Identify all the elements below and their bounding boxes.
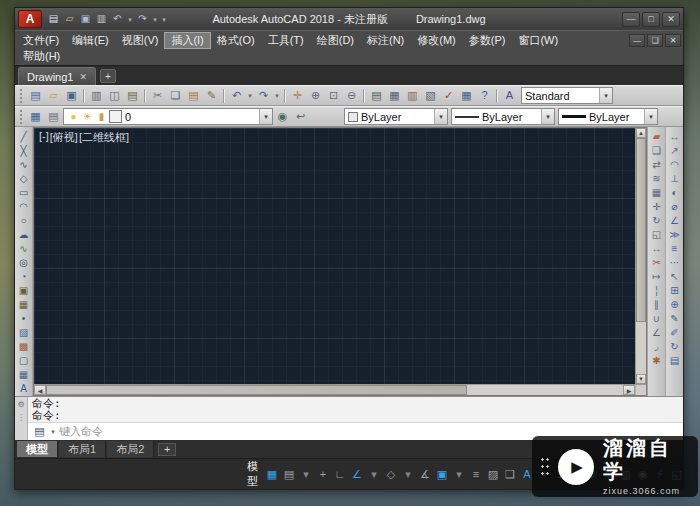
explode-icon[interactable]: ✱ [649, 354, 665, 368]
plot-icon[interactable]: ▥ [88, 87, 105, 104]
layer-on-icon[interactable]: ● [67, 110, 80, 123]
angular-icon[interactable]: ∠ [667, 214, 683, 228]
text-style-icon[interactable]: A [501, 87, 518, 104]
layer-states-icon[interactable]: ▤ [45, 108, 62, 125]
layer-color-swatch[interactable] [109, 110, 122, 123]
doc-close-icon[interactable]: ✕ [665, 34, 681, 47]
ordinate-icon[interactable]: ⊥ [667, 172, 683, 186]
doc-restore-icon[interactable]: ❏ [647, 34, 663, 47]
object-snap-tracking-icon[interactable]: ∡ [417, 465, 433, 484]
save-icon[interactable]: ▣ [63, 87, 80, 104]
insert-block-icon[interactable]: ▣ [16, 284, 32, 298]
stretch-icon[interactable]: ↔ [649, 242, 665, 256]
application-menu-button[interactable]: A [18, 10, 42, 28]
dimension-text-edit-icon[interactable]: ✐ [667, 326, 683, 340]
horizontal-scroll-track[interactable] [467, 385, 623, 395]
rotate-icon[interactable]: ↻ [649, 214, 665, 228]
region-icon[interactable]: ▢ [16, 354, 32, 368]
ellipse-icon[interactable]: ◎ [16, 256, 32, 270]
chevron-down-icon[interactable]: ▾ [644, 109, 657, 124]
horizontal-scrollbar[interactable]: ◀ ▶ [34, 384, 635, 395]
menu-help[interactable]: 帮助(H) [17, 49, 66, 64]
extend-icon[interactable]: ↦ [649, 270, 665, 284]
menu-file[interactable]: 文件(F) [17, 33, 65, 48]
dimension-edit-icon[interactable]: ✎ [667, 312, 683, 326]
move-icon[interactable]: ✛ [649, 200, 665, 214]
chevron-down-icon[interactable]: ▾ [541, 109, 554, 124]
isodraft-dropdown-icon[interactable]: ▾ [400, 465, 416, 484]
color-swatch[interactable] [348, 112, 358, 122]
osnap-dropdown-icon[interactable]: ▾ [451, 465, 467, 484]
window-maximize-button[interactable]: □ [642, 12, 660, 27]
undo-list-icon[interactable]: ▾ [246, 87, 254, 104]
visual-style-control[interactable]: [二维线框] [79, 130, 129, 145]
command-input-icon[interactable]: ▤ [31, 423, 48, 440]
open-icon[interactable]: ▱ [45, 87, 62, 104]
scale-icon[interactable]: ◱ [649, 228, 665, 242]
qnew-icon[interactable]: ▤ [27, 87, 44, 104]
erase-icon[interactable]: ▰ [649, 130, 665, 144]
redo-icon[interactable]: ↷ [135, 12, 150, 27]
polar-tracking-icon[interactable]: ∠ [349, 465, 365, 484]
menu-insert[interactable]: 插入(I) [165, 33, 209, 48]
tab-drawing1[interactable]: Drawing1 ✕ [18, 67, 96, 85]
help-icon[interactable]: ? [476, 87, 493, 104]
paste-icon[interactable]: ▤ [185, 87, 202, 104]
menu-draw[interactable]: 绘图(D) [311, 33, 360, 48]
horizontal-scroll-thumb[interactable] [46, 385, 467, 395]
layer-select[interactable]: ●☀▮ 0 ▾ [63, 108, 273, 125]
open-icon[interactable]: ▱ [62, 12, 77, 27]
snap-dropdown-icon[interactable]: ▾ [298, 465, 314, 484]
qat-customize-icon[interactable]: ▾ [160, 12, 168, 27]
transparency-icon[interactable]: ▨ [485, 465, 501, 484]
publish-icon[interactable]: ▤ [124, 87, 141, 104]
tab-layout2[interactable]: 布局2 [107, 441, 154, 457]
lineweight-display-icon[interactable]: ≡ [468, 465, 484, 484]
scroll-down-icon[interactable]: ▼ [636, 374, 646, 384]
copy-icon[interactable]: ❏ [649, 144, 665, 158]
redo-icon[interactable]: ↷ [255, 87, 272, 104]
join-icon[interactable]: ∪ [649, 312, 665, 326]
offset-icon[interactable]: ≋ [649, 172, 665, 186]
continue-icon[interactable]: ⋯ [667, 256, 683, 270]
vertical-scroll-track[interactable] [636, 322, 646, 374]
markup-set-manager-icon[interactable]: ✓ [440, 87, 457, 104]
plot-preview-icon[interactable]: ◫ [106, 87, 123, 104]
circle-icon[interactable]: ○ [16, 214, 32, 228]
construction-line-icon[interactable]: ╳ [16, 144, 32, 158]
chevron-down-icon[interactable]: ▾ [434, 109, 447, 124]
menu-format[interactable]: 格式(O) [211, 33, 261, 48]
recent-commands-icon[interactable]: ▾ [49, 423, 57, 440]
table-icon[interactable]: ▦ [16, 368, 32, 382]
zoom-realtime-icon[interactable]: ⊕ [307, 87, 324, 104]
viewport-menu-control[interactable]: [-] [39, 130, 49, 145]
drawing-canvas[interactable]: [-][俯视][二维线框] [34, 128, 635, 384]
redo-list-icon[interactable]: ▾ [273, 87, 281, 104]
doc-minimize-icon[interactable]: — [629, 34, 645, 47]
fillet-icon[interactable]: ◞ [649, 340, 665, 354]
cut-icon[interactable]: ✂ [149, 87, 166, 104]
isodraft-icon[interactable]: ◇ [383, 465, 399, 484]
grid-display-icon[interactable]: ▦ [264, 465, 280, 484]
point-icon[interactable]: • [16, 312, 32, 326]
command-customize-icon[interactable]: ⚙ [16, 399, 27, 410]
vertical-scroll-thumb[interactable] [636, 138, 646, 322]
menu-tools[interactable]: 工具(T) [262, 33, 310, 48]
selection-cycling-icon[interactable]: ❏ [502, 465, 518, 484]
chamfer-icon[interactable]: ∠ [649, 326, 665, 340]
qnew-icon[interactable]: ▤ [46, 12, 61, 27]
scroll-right-icon[interactable]: ▶ [623, 385, 635, 395]
snap-mode-icon[interactable]: ▤ [281, 465, 297, 484]
tool-palettes-icon[interactable]: ▥ [404, 87, 421, 104]
chevron-down-icon[interactable]: ▾ [599, 88, 612, 103]
menu-modify[interactable]: 修改(M) [411, 33, 462, 48]
revision-cloud-icon[interactable]: ☁ [16, 228, 32, 242]
zoom-previous-icon[interactable]: ⊖ [343, 87, 360, 104]
dimension-style-icon[interactable]: ▤ [667, 354, 683, 368]
trim-icon[interactable]: ✂ [649, 256, 665, 270]
dimension-update-icon[interactable]: ↻ [667, 340, 683, 354]
menu-parametric[interactable]: 参数(P) [463, 33, 512, 48]
undo-list-icon[interactable]: ▾ [126, 12, 134, 27]
array-icon[interactable]: ▦ [649, 186, 665, 200]
menu-window[interactable]: 窗口(W) [512, 33, 564, 48]
